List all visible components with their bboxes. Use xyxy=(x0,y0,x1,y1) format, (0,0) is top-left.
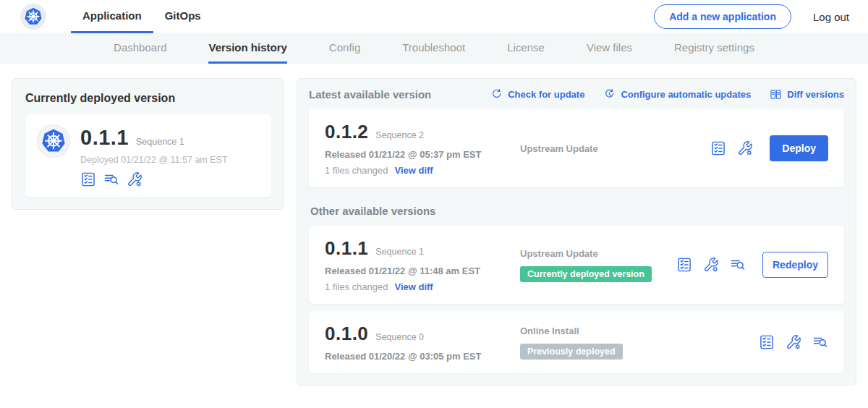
files-changed-label: 1 files changed xyxy=(325,165,388,176)
diff-versions-label: Diff versions xyxy=(787,89,844,100)
files-changed-label: 1 files changed xyxy=(325,281,388,292)
top-header: Application GitOps Add a new application… xyxy=(0,0,868,33)
previously-deployed-badge: Previously deployed xyxy=(520,344,623,360)
app-subnav: Dashboard Version history Config Trouble… xyxy=(0,33,868,64)
preflight-checklist-icon[interactable] xyxy=(710,140,726,156)
redeploy-button[interactable]: Redeploy xyxy=(762,252,828,278)
currently-deployed-badge: Currently deployed version xyxy=(520,266,652,282)
header-spacer xyxy=(213,0,654,33)
tab-version-history[interactable]: Version history xyxy=(208,33,286,64)
check-for-update-label: Check for update xyxy=(508,89,584,100)
view-diff-link[interactable]: View diff xyxy=(394,165,433,176)
tab-license[interactable]: License xyxy=(507,33,545,64)
deployed-panel-title: Currently deployed version xyxy=(25,92,271,105)
logout-link[interactable]: Log out xyxy=(813,11,849,23)
tab-dashboard[interactable]: Dashboard xyxy=(114,33,166,64)
deployed-version-number: 0.1.1 xyxy=(80,126,129,150)
released-timestamp: Released 01/21/22 @ 11:48 am EST xyxy=(325,265,511,276)
refresh-icon xyxy=(490,88,503,101)
released-timestamp: Released 01/20/22 @ 03:05 pm EST xyxy=(325,351,511,362)
deployed-timestamp: Deployed 01/21/22 @ 11:57 am EST xyxy=(80,155,228,165)
kubernetes-logo-icon xyxy=(20,4,46,30)
tab-troubleshoot[interactable]: Troubleshoot xyxy=(402,33,465,64)
configure-automatic-updates-label: Configure automatic updates xyxy=(621,89,751,100)
sequence-label: Sequence 1 xyxy=(375,247,424,257)
latest-available-title: Latest available version xyxy=(309,88,431,101)
main-content: Currently deployed version 0.1.1 Sequenc… xyxy=(0,64,868,386)
version-source-label: Online Install xyxy=(520,326,759,336)
tab-gitops[interactable]: GitOps xyxy=(153,0,213,33)
view-diff-link[interactable]: View diff xyxy=(394,281,433,292)
tab-application[interactable]: Application xyxy=(71,0,153,33)
config-wrench-icon[interactable] xyxy=(786,334,801,350)
sequence-label: Sequence 0 xyxy=(375,332,424,342)
deployed-version-card: 0.1.1 Sequence 1 Deployed 01/21/22 @ 11:… xyxy=(25,114,271,197)
preflight-checklist-icon[interactable] xyxy=(80,171,96,187)
other-available-title: Other available versions xyxy=(310,205,844,217)
released-timestamp: Released 01/21/22 @ 05:37 pm EST xyxy=(325,149,511,160)
version-history-panel: Latest available version Check for updat… xyxy=(297,78,856,386)
version-number: 0.1.0 xyxy=(325,323,368,345)
check-for-update-link[interactable]: Check for update xyxy=(490,88,584,101)
version-source-label: Upstream Update xyxy=(520,248,676,259)
config-wrench-icon[interactable] xyxy=(127,171,142,187)
sequence-label: Sequence 2 xyxy=(375,130,424,140)
version-number: 0.1.1 xyxy=(325,237,368,260)
logs-icon[interactable] xyxy=(812,334,828,350)
version-card-0-1-2: 0.1.2 Sequence 2 Released 01/21/22 @ 05:… xyxy=(309,109,844,187)
diff-versions-link[interactable]: Diff versions xyxy=(770,88,844,101)
config-wrench-icon[interactable] xyxy=(737,140,753,156)
version-number: 0.1.2 xyxy=(325,121,368,143)
tab-registry-settings[interactable]: Registry settings xyxy=(674,33,754,64)
configure-automatic-updates-link[interactable]: Configure automatic updates xyxy=(603,88,751,101)
auto-update-icon xyxy=(603,88,616,101)
tab-view-files[interactable]: View files xyxy=(587,33,632,64)
deploy-button[interactable]: Deploy xyxy=(770,135,828,161)
version-card-0-1-1: 0.1.1 Sequence 1 Released 01/21/22 @ 11:… xyxy=(309,226,844,304)
deployed-sequence-label: Sequence 1 xyxy=(136,137,184,147)
preflight-checklist-icon[interactable] xyxy=(676,257,692,273)
preflight-checklist-icon[interactable] xyxy=(759,334,775,350)
diff-icon xyxy=(770,88,782,101)
app-nav: Application GitOps xyxy=(71,0,213,33)
app-kubernetes-icon xyxy=(37,124,70,158)
logs-icon[interactable] xyxy=(730,257,746,273)
version-card-0-1-0: 0.1.0 Sequence 0 Released 01/20/22 @ 03:… xyxy=(309,311,844,373)
version-source-label: Upstream Update xyxy=(520,143,710,154)
currently-deployed-panel: Currently deployed version 0.1.1 Sequenc… xyxy=(12,78,284,210)
logs-icon[interactable] xyxy=(103,171,119,187)
config-wrench-icon[interactable] xyxy=(703,257,719,273)
tab-config[interactable]: Config xyxy=(329,33,360,64)
add-application-button[interactable]: Add a new application xyxy=(654,4,791,29)
